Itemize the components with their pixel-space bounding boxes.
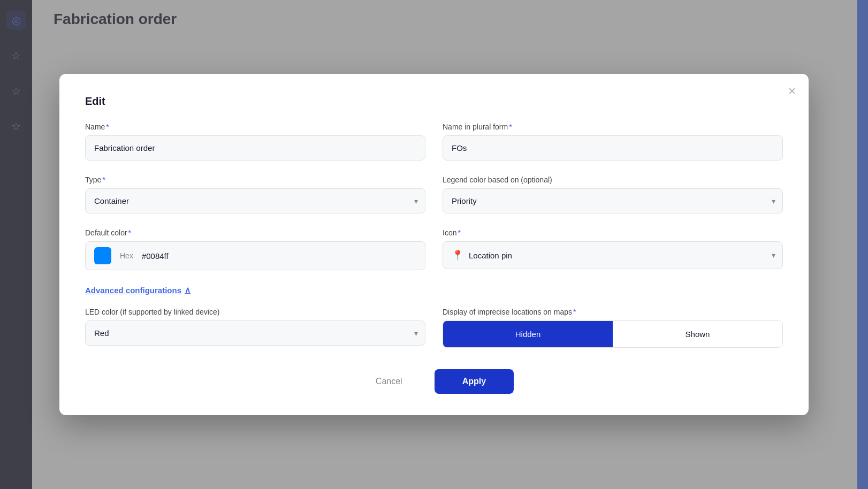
legend-color-select[interactable]: Priority Status Category <box>443 188 783 213</box>
modal-title: Edit <box>85 95 783 108</box>
location-pin-icon: 📍 <box>452 249 463 261</box>
shown-toggle-button[interactable]: Shown <box>613 321 782 347</box>
name-plural-group: Name in plural form* <box>443 123 783 161</box>
name-label: Name* <box>85 123 425 131</box>
color-input-wrapper[interactable]: Hex #0084ff <box>85 241 425 270</box>
row-name: Name* Name in plural form* <box>85 123 783 161</box>
modal-backdrop: × Edit Name* Name in plural form* T <box>0 0 868 489</box>
led-color-select[interactable]: Red Blue Green Yellow <box>85 320 425 346</box>
cancel-button[interactable]: Cancel <box>354 369 424 394</box>
default-color-label: Default color* <box>85 228 425 237</box>
row-led-display: LED color (if supported by linked device… <box>85 308 783 348</box>
color-swatch[interactable] <box>94 247 111 264</box>
icon-label: Icon* <box>443 228 783 237</box>
hex-value: #0084ff <box>142 251 169 261</box>
icon-select-label: Location pin <box>469 251 512 260</box>
led-color-label: LED color (if supported by linked device… <box>85 308 425 316</box>
type-group: Type* Container Item Vehicle ▾ <box>85 175 425 213</box>
advanced-link-label[interactable]: Advanced configurations <box>85 286 181 295</box>
row-color-icon: Default color* Hex #0084ff Icon* 📍 Locat… <box>85 228 783 270</box>
legend-color-select-wrapper: Priority Status Category ▾ <box>443 188 783 213</box>
type-select-wrapper: Container Item Vehicle ▾ <box>85 188 425 213</box>
name-plural-label: Name in plural form* <box>443 123 783 131</box>
name-group: Name* <box>85 123 425 161</box>
apply-button[interactable]: Apply <box>435 369 514 394</box>
led-color-select-wrapper: Red Blue Green Yellow ▾ <box>85 320 425 346</box>
icon-select-display[interactable]: 📍 Location pin ▾ <box>443 241 783 269</box>
type-select[interactable]: Container Item Vehicle <box>85 188 425 213</box>
modal-dialog: × Edit Name* Name in plural form* T <box>59 74 809 415</box>
led-color-group: LED color (if supported by linked device… <box>85 308 425 348</box>
icon-group: Icon* 📍 Location pin ▾ <box>443 228 783 270</box>
modal-footer: Cancel Apply <box>85 369 783 394</box>
toggle-group: Hidden Shown <box>443 320 783 348</box>
default-color-group: Default color* Hex #0084ff <box>85 228 425 270</box>
advanced-configurations-link[interactable]: Advanced configurations ∧ <box>85 285 783 295</box>
name-plural-input[interactable] <box>443 135 783 161</box>
legend-color-label: Legend color based on (optional) <box>443 175 783 184</box>
display-imprecise-group: Display of imprecise locations on maps* … <box>443 308 783 348</box>
name-input[interactable] <box>85 135 425 161</box>
display-imprecise-label: Display of imprecise locations on maps* <box>443 308 783 316</box>
close-button[interactable]: × <box>788 85 796 97</box>
type-label: Type* <box>85 175 425 184</box>
legend-color-group: Legend color based on (optional) Priorit… <box>443 175 783 213</box>
row-type: Type* Container Item Vehicle ▾ Legend co… <box>85 175 783 213</box>
icon-chevron-icon: ▾ <box>772 251 775 259</box>
advanced-chevron-up-icon: ∧ <box>185 285 191 295</box>
icon-select-wrapper: 📍 Location pin ▾ <box>443 241 783 269</box>
hex-label: Hex <box>120 251 133 260</box>
hidden-toggle-button[interactable]: Hidden <box>443 321 613 347</box>
